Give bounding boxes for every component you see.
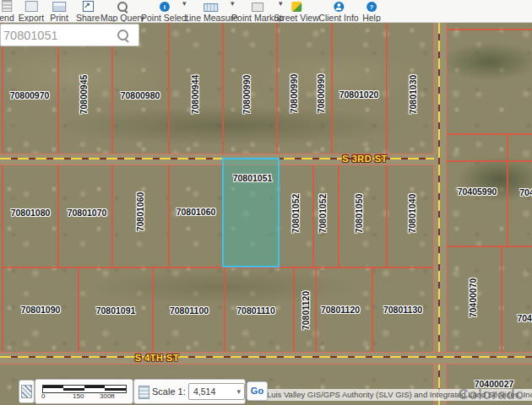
toolbar-item-share[interactable]: Share (76, 0, 100, 23)
parcel-label: 70801052 (290, 194, 301, 234)
parcel-label: 70400 (517, 313, 532, 323)
parcel-label: 70801091 (96, 305, 136, 316)
toolbar-item-map-query[interactable]: Map Query (100, 0, 144, 23)
parcel-label: 70800980 (121, 90, 160, 100)
parcel-label: 70801130 (383, 305, 422, 315)
toolbar-item-legend[interactable]: end (0, 0, 14, 23)
print-icon (52, 2, 66, 12)
parcel-label: 70800990 (316, 74, 326, 114)
toolbar-item-client-info[interactable]: Client Info (318, 0, 358, 23)
parcel-label: 70801090 (21, 305, 61, 315)
toolbar: end Export Print Share Map Query Point S… (0, 0, 532, 23)
coordinates-button[interactable] (19, 380, 35, 403)
terrain-patch (439, 42, 532, 81)
parcel-label: 70801120 (301, 291, 311, 330)
search-input[interactable]: 70801051 (1, 29, 117, 42)
chevron-down-icon (236, 384, 241, 399)
toolbar-label: end (0, 14, 14, 22)
scalebar-tick: 300ft (100, 392, 115, 400)
parcel-boundary-line (444, 133, 532, 135)
go-button[interactable]: Go (247, 381, 268, 401)
legend-icon (2, 0, 12, 12)
parcel-label: 70801030 (408, 75, 418, 115)
parcel-boundary-line (2, 267, 434, 268)
toolbar-label: Map Query (100, 14, 144, 22)
search-icon[interactable] (117, 30, 128, 40)
toolbar-item-print[interactable]: Print (50, 0, 68, 23)
parcel-label: 70801100 (170, 305, 209, 316)
parcel-boundary-line (444, 160, 532, 162)
toolbar-label: Street View (274, 14, 319, 22)
parcel-label: 70801120 (321, 305, 360, 315)
help-icon (366, 2, 377, 12)
parcel-label: 70801050 (354, 194, 364, 234)
parcel-label: 70800990 (289, 74, 299, 114)
parcel-boundary-line (152, 267, 154, 352)
selected-parcel-label: 70801051 (233, 173, 273, 183)
toolbar-label: Print (50, 14, 68, 22)
coordinates-icon (21, 385, 32, 398)
app-window: S 3RD ST S 4TH ST 70800970 70800945 7080… (0, 0, 532, 405)
scale-widget: Scale 1: 4,514 (133, 379, 246, 404)
parcel-label: 70800990 (242, 75, 252, 115)
scale-ratio-icon (138, 386, 149, 399)
toolbar-item-street-view[interactable]: Street View (274, 0, 319, 23)
parcel-boundary-line (2, 23, 3, 352)
parcel-boundary-line (224, 267, 225, 352)
watermark: Colorado (459, 387, 524, 402)
parcel-boundary-line (444, 246, 532, 247)
toolbar-item-point-select[interactable]: Point Select (141, 0, 188, 23)
parcel-label: 70801060 (135, 192, 145, 232)
terrain-patch (253, 51, 422, 101)
toolbar-label: Client Info (318, 14, 358, 22)
parcel-boundary-line (331, 23, 333, 154)
parcel-label: 70801080 (11, 208, 51, 218)
scale-select[interactable]: 4,514 (188, 383, 245, 400)
toolbar-label: Help (362, 14, 381, 22)
client-info-icon (334, 2, 344, 12)
parcel-label: 70801070 (68, 208, 107, 218)
parcel-boundary-line (111, 23, 113, 267)
parcel-boundary-line (293, 267, 295, 352)
toolbar-label: Line Measure (184, 14, 238, 22)
toolbar-item-export[interactable]: Export (19, 0, 44, 23)
parcel-boundary-line (78, 267, 79, 352)
parcel-label: 70801060 (176, 207, 216, 217)
parcel-label: 70405990 (458, 186, 497, 197)
point-select-icon (160, 2, 170, 12)
toolbar-label: Share (76, 14, 100, 22)
parcel-boundary-line (276, 23, 278, 154)
scale-prefix-label: Scale 1: (152, 386, 186, 397)
road-north-south (433, 23, 447, 405)
toolbar-label: Export (19, 14, 44, 22)
parcel-boundary-line (315, 267, 317, 352)
street-view-icon (291, 2, 301, 12)
road-label-s-4th-st: S 4TH ST (135, 353, 179, 363)
parcel-label: 70800944 (190, 75, 200, 115)
parcel-boundary-line (312, 163, 314, 267)
parcel-boundary-line (372, 267, 373, 352)
parcel-label: 70801110 (236, 305, 275, 316)
selected-parcel-highlight[interactable]: 70801051 (222, 158, 280, 267)
share-icon (83, 1, 94, 12)
parcel-boundary-line (57, 23, 59, 267)
parcel-boundary-line (444, 29, 532, 30)
parcel-label: 70400070 (468, 278, 478, 318)
parcel-label: 70801020 (339, 89, 379, 100)
parcel-boundary-line (501, 246, 502, 352)
parcel-boundary-line (168, 23, 170, 267)
scale-value: 4,514 (193, 386, 215, 397)
parcel-boundary-line (386, 23, 388, 267)
terrain-patch (51, 105, 405, 146)
point-markup-icon (252, 3, 263, 12)
parcel-label: 70801040 (407, 194, 417, 234)
search-box: 70801051 (0, 24, 139, 46)
scalebar-tick: 0 (41, 392, 45, 400)
parcel-label: 70800945 (79, 75, 89, 115)
toolbar-label: Point Select (141, 14, 188, 22)
scalebar-tick: 150 (73, 392, 84, 400)
parcel-boundary-line (338, 163, 339, 267)
toolbar-item-help[interactable]: Help (362, 0, 381, 23)
export-icon (24, 1, 37, 12)
parcel-label: 704 (519, 187, 532, 197)
